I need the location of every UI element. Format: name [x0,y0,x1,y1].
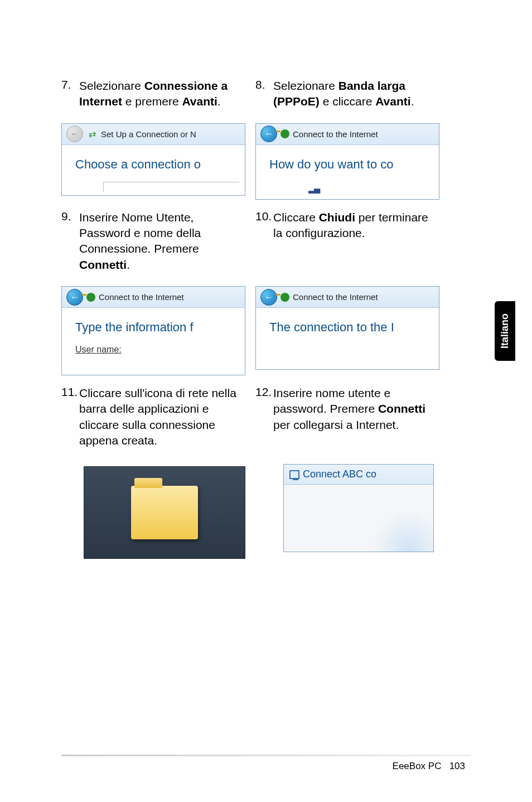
text-bold: Avanti [375,95,410,108]
window-titlebar: ← Connect to the Internet [256,287,439,308]
step-11: 11. Cliccare sull'icona di rete nella ba… [61,385,246,448]
text-fragment: . [217,95,221,108]
wireless-option-fragment [308,183,433,194]
dialog-body [284,485,433,552]
text-bold: Avanti [182,95,217,108]
text-fragment: Selezionare [273,79,338,92]
window-body: Type the information f User name: [62,308,245,375]
text-fragment: Cliccare [273,211,319,224]
username-label: User name: [75,345,239,355]
window-body: Choose a connection o [62,145,245,195]
step-text: Inserire Nome Utente, Password e nome de… [79,210,242,273]
window-title: Set Up a Connection or N [101,129,196,139]
wizard-heading: Type the information f [75,320,239,335]
option-list-fragment [103,182,239,192]
back-button[interactable]: ← [260,289,277,306]
screenshot-9: ← Connect to the Internet Type the infor… [61,286,245,375]
text-bold: Connetti [79,258,127,271]
connect-internet-icon [280,129,289,138]
page-number: 103 [449,761,465,771]
step-number: 9. [61,210,79,273]
page-content: 7. Selezionare Connessione a Internet e … [61,78,441,569]
connect-internet-icon [280,293,289,302]
step-number: 8. [255,78,273,110]
wizard-heading: The connection to the I [269,320,433,335]
text-fragment: e premere [122,95,182,108]
wizard-heading: Choose a connection o [75,157,239,172]
step-text: Cliccare sull'icona di rete nella barra … [79,385,242,448]
step-number: 12. [255,385,273,433]
window-body: How do you want to co [256,145,439,199]
step-number: 11. [61,385,79,448]
screenshot-11 [84,466,245,559]
wizard-heading: How do you want to co [269,157,433,172]
text-fragment: Selezionare [79,79,144,92]
text-fragment: . [127,258,130,271]
setup-connection-icon: ⇄ [86,128,98,139]
window-titlebar: ← Connect to the Internet [62,287,245,308]
back-button[interactable]: ← [66,125,83,142]
window-titlebar: ← ⇄ Set Up a Connection or N [62,124,245,145]
step-text: Selezionare Banda larga (PPPoE) e clicca… [273,78,436,110]
text-bold: Connetti [378,402,425,415]
window-titlebar: ← Connect to the Internet [256,124,439,145]
step-text: Cliccare Chiudi per terminare la configu… [273,210,436,241]
connection-icon [289,470,299,479]
text-bold: Chiudi [319,211,355,224]
step-8: 8. Selezionare Banda larga (PPPoE) e cli… [255,78,441,110]
step-10: 10. Cliccare Chiudi per terminare la con… [255,210,441,241]
window-title: Connect to the Internet [293,292,378,302]
text-fragment: Inserire Nome Utente, Password e nome de… [79,211,201,255]
step-number: 7. [61,78,79,110]
footer-rule [61,755,471,756]
screenshot-10: ← Connect to the Internet The connection… [255,286,439,370]
step-9: 9. Inserire Nome Utente, Password e nome… [61,210,246,273]
step-text: Inserire nome utente e password. Premere… [273,385,436,433]
text-fragment: per collegarsi a Internet. [273,418,399,431]
product-name: EeeBox PC [393,761,442,771]
language-side-tab: Italiano [495,301,515,361]
text-fragment: Inserire nome utente e password. Premere [273,386,390,415]
text-fragment: . [411,95,414,108]
back-button[interactable]: ← [260,125,277,142]
dialog-titlebar: Connect ABC co [284,465,433,485]
step-number: 10. [255,210,273,241]
step-12: 12. Inserire nome utente e password. Pre… [255,385,441,433]
text-fragment: e cliccare [320,95,375,108]
dialog-title: Connect ABC co [303,468,376,480]
step-7: 7. Selezionare Connessione a Internet e … [61,78,246,110]
window-title: Connect to the Internet [293,129,378,139]
screenshot-7: ← ⇄ Set Up a Connection or N Choose a co… [61,123,245,196]
folder-icon [131,486,198,539]
window-title: Connect to the Internet [99,292,184,302]
page-footer: EeeBox PC 103 [393,761,465,772]
connect-internet-icon [86,293,95,302]
window-body: The connection to the I [256,308,439,369]
step-text: Selezionare Connessione a Internet e pre… [79,78,242,110]
screenshot-12: Connect ABC co [283,464,434,552]
back-button[interactable]: ← [66,289,83,306]
screenshot-8: ← Connect to the Internet How do you wan… [255,123,439,200]
